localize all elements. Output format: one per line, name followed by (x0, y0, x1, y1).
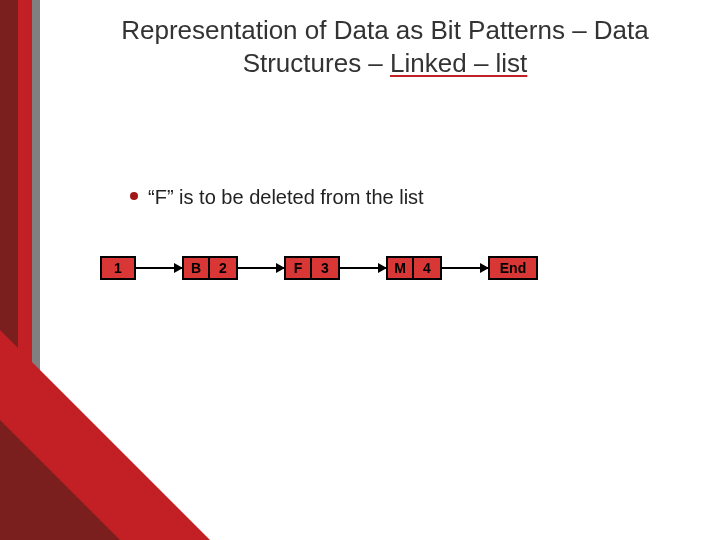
title-line-1: Representation of Data as Bit Patterns –… (121, 15, 649, 45)
arrow-icon (442, 267, 488, 269)
list-node: M 4 (386, 256, 442, 280)
node-data: B (182, 256, 210, 280)
linked-list-diagram: 1 B 2 F 3 M 4 End (100, 256, 680, 280)
title-line-2-plain: Structures – (243, 48, 390, 78)
arrow-icon (340, 267, 386, 269)
node-data: M (386, 256, 414, 280)
node-data: F (284, 256, 312, 280)
node-ptr: 2 (210, 256, 238, 280)
list-node: B 2 (182, 256, 238, 280)
corner-triangle-dark (0, 420, 120, 540)
slide-title: Representation of Data as Bit Patterns –… (90, 14, 680, 79)
list-end-box: End (488, 256, 538, 280)
title-line-2-underlined: Linked – list (390, 48, 527, 78)
bullet-dot-icon (130, 192, 138, 200)
node-ptr: 3 (312, 256, 340, 280)
list-head-box: 1 (100, 256, 136, 280)
list-node: F 3 (284, 256, 340, 280)
bullet-item: “F” is to be deleted from the list (130, 186, 424, 209)
bullet-text: “F” is to be deleted from the list (148, 186, 424, 209)
node-ptr: 4 (414, 256, 442, 280)
arrow-icon (238, 267, 284, 269)
arrow-icon (136, 267, 182, 269)
